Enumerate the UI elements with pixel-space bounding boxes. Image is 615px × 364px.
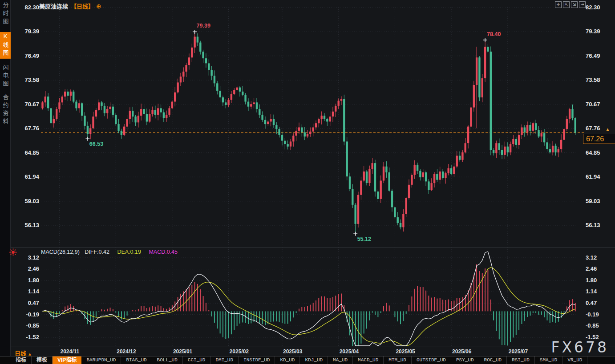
month-label: 2024/12 [117,348,136,355]
toolbar-item-VIP指标[interactable]: VIP指标 [53,356,81,364]
toolbar-item-模板[interactable]: 模板 [32,356,53,364]
month-label: 2025/02 [230,348,249,355]
macd-alert-icon [9,248,17,256]
macd-tick-right: 0.47 [586,300,597,306]
toolbar-item-CCI_UD[interactable]: CCI_UD [183,356,211,364]
indicator-toolbar: 指标模板VIP指标BARUPDN_UDBIAS_UDBOLL_UDCCI_UDD… [0,356,615,364]
price-tick-right: 76.49 [586,52,600,59]
price-tick-left: 73.58 [17,76,39,83]
macd-tick-left: 2.46 [17,265,39,272]
month-label: 2025/05 [396,348,415,355]
month-label: 2025/07 [509,348,528,355]
toolbar-item-ROC_UD[interactable]: ROC_UD [479,356,507,364]
price-tick-left: 67.76 [17,125,39,132]
month-label: 2025/06 [452,348,471,355]
month-label: 2025/03 [283,348,302,355]
macd-tick-left: 1.14 [17,288,39,295]
toolbar-item-KD_UD[interactable]: KD_UD [275,356,300,364]
price-tick-right: 56.13 [586,222,600,228]
price-tick-right: 61.94 [586,173,600,180]
month-label: 2024/11 [61,348,80,355]
instrument-title: 美原油连续 [39,3,68,10]
watermark: FX678 [551,339,609,356]
extreme-low-label: 66.53 [89,141,103,147]
month-label: 2025/01 [173,348,192,355]
macd-tick-right: 1.14 [586,288,597,295]
toolbar-item-BIAS_UD[interactable]: BIAS_UD [121,356,152,364]
last-price-arrow: ▲ [605,127,610,132]
toolbar-item-OUTSIDE_UD[interactable]: OUTSIDE_UD [412,356,451,364]
expand-icon[interactable]: ⊕ [96,3,101,10]
pane-separator [11,247,615,248]
macd-tick-left: -0.19 [17,311,39,318]
macd-tick-left: 0.47 [17,300,39,306]
price-tick-left: 79.39 [17,28,39,35]
toolbar-item-INSIDE_UD[interactable]: INSIDE_UD [239,356,275,364]
price-tick-left: 59.03 [17,198,39,204]
price-tick-right: 67.76 [586,125,600,132]
macd-tick-right: 3.12 [586,254,597,261]
period-badge: 【日线】 [71,3,94,10]
toolbar-item-SMA_UD[interactable]: SMA_UD [535,356,563,364]
extreme-high-label: 79.39 [197,23,210,29]
month-label: 2025/04 [340,348,359,355]
macd-header: MACD(26,12,9) DIFF:0.42 DEA:0.19 MACD:0.… [41,249,178,255]
macd-tick-left: 3.12 [17,254,39,261]
toolbar-item-MA_UD[interactable]: MA_UD [328,356,353,364]
price-tick-right: 82.30 [586,4,600,11]
macd-tick-right: -0.19 [586,311,599,318]
price-tick-left: 64.85 [17,149,39,156]
toolbar-item-MACD_UD[interactable]: MACD_UD [353,356,384,364]
chart-header: 美原油连续【日线】⊕ [39,2,101,10]
macd-title: MACD(26,12,9) [41,249,80,255]
toolbar-item-PSY_UD[interactable]: PSY_UD [451,356,479,364]
price-tick-right: 79.39 [586,28,600,35]
extreme-low-label: 55.12 [357,236,371,242]
price-tick-right: 70.67 [586,101,600,108]
price-tick-left: 61.94 [17,173,39,180]
candlestick-chart-canvas[interactable] [0,0,615,364]
macd-tick-right: 1.80 [586,277,597,284]
price-tick-left: 82.30 [17,4,39,11]
price-tick-right: 59.03 [586,198,600,204]
toolbar-item-MTM_UD[interactable]: MTM_UD [384,356,412,364]
chart-tools: ✛⇱⇲⇥ [555,1,587,8]
price-tick-left: 56.13 [17,222,39,228]
fit-vertical-icon[interactable]: ⇱ [563,1,570,8]
toolbar-item-VR_UD[interactable]: VR_UD [562,356,587,364]
macd-tick-left: -1.52 [17,334,39,340]
macd-tick-left: 1.80 [17,277,39,284]
last-price-tag: 67.26 [583,134,615,144]
macd-tick-right: -0.85 [586,322,599,329]
jump-latest-icon[interactable]: ⇥ [579,1,586,8]
price-tick-right: 73.58 [586,76,600,83]
fit-horizontal-icon[interactable]: ⇲ [571,1,578,8]
chart-app: 分时图K线图闪电图合约资料 美原油连续【日线】⊕ ✛⇱⇲⇥ MACD(26,12… [0,0,615,364]
toolbar-item-BOLL_UD[interactable]: BOLL_UD [152,356,183,364]
price-tick-right: 64.85 [586,149,600,156]
macd-macd-value: MACD:0.45 [149,249,178,255]
toolbar-item-指标[interactable]: 指标 [11,356,32,364]
macd-tick-right: 2.46 [586,265,597,272]
toolbar-item-KDJ_UD[interactable]: KDJ_UD [300,356,328,364]
toolbar-item-BARUPDN_UD[interactable]: BARUPDN_UD [81,356,121,364]
crosshair-icon[interactable]: ✛ [555,1,562,8]
price-tick-left: 76.49 [17,52,39,59]
toolbar-item-DMI_UD[interactable]: DMI_UD [210,356,239,364]
macd-tick-left: -0.85 [17,322,39,329]
price-tick-left: 70.67 [17,101,39,108]
toolbar-item-RSI_UD[interactable]: RSI_UD [507,356,535,364]
macd-dea-value: DEA:0.19 [117,249,141,255]
extreme-high-label: 78.40 [487,31,501,37]
macd-diff-value: DIFF:0.42 [85,249,109,255]
